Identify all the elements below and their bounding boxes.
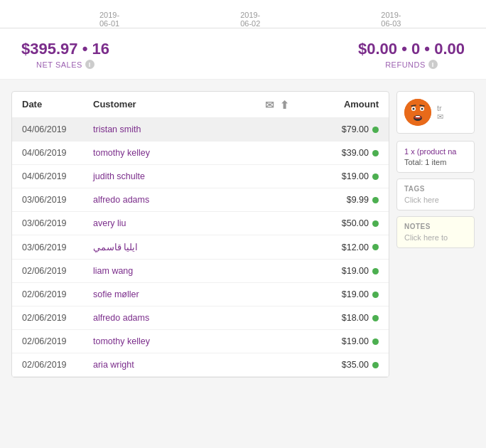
tags-panel[interactable]: TAGS Click here	[396, 178, 475, 210]
status-dot	[372, 197, 379, 203]
net-sales-summary: $395.97 • 16 NET SALES i	[21, 40, 109, 69]
svg-point-0	[404, 99, 431, 126]
tags-click-here[interactable]: Click here	[404, 196, 467, 204]
row-amount: $19.00	[322, 289, 379, 299]
customer-email-icon: ✉	[437, 112, 443, 121]
row-amount: $9.99	[322, 195, 379, 205]
upload-icon[interactable]: ⬆	[280, 99, 289, 112]
row-amount: $19.00	[322, 266, 379, 276]
table-body: 04/06/2019 tristan smith $79.00 04/06/20…	[12, 118, 389, 377]
status-dot	[372, 174, 379, 180]
svg-line-5	[411, 105, 416, 106]
row-customer[interactable]: judith schulte	[93, 171, 265, 181]
notes-title: NOTES	[404, 223, 467, 230]
row-date: 03/06/2019	[22, 218, 93, 228]
row-amount: $35.00	[322, 360, 379, 370]
row-customer[interactable]: tristan smith	[93, 124, 265, 134]
status-dot	[372, 150, 379, 156]
row-date: 04/06/2019	[22, 171, 93, 181]
refunds-info-icon: i	[428, 60, 438, 69]
row-customer[interactable]: alfredo adams	[93, 313, 265, 323]
row-date: 03/06/2019	[22, 242, 93, 252]
status-dot	[372, 362, 379, 368]
customer-name-abbrev: tr	[437, 104, 442, 112]
status-dot	[372, 220, 379, 227]
row-amount: $39.00	[322, 148, 379, 158]
row-date: 02/06/2019	[22, 313, 93, 323]
row-customer[interactable]: sofie møller	[93, 289, 265, 299]
refunds-summary: $0.00 • 0 • 0.00 REFUNDS i	[358, 40, 465, 69]
row-date: 02/06/2019	[22, 266, 93, 276]
row-customer[interactable]: tomothy kelley	[93, 336, 265, 346]
right-panel: tr ✉ 1 x (product na Total: 1 item TAGS …	[396, 91, 475, 378]
net-sales-amount: $395.97 • 16	[21, 40, 109, 58]
col-header-customer: Customer	[93, 99, 265, 112]
notes-panel[interactable]: NOTES Click here to	[396, 216, 475, 248]
row-amount: $12.00	[322, 242, 379, 252]
table-header-row: Date Customer ✉ ⬆ Amount	[12, 92, 389, 118]
col-header-amount: Amount	[322, 99, 379, 112]
net-sales-label: NET SALES i	[36, 60, 94, 69]
total-line: Total: 1 item	[404, 158, 467, 166]
chart-date-3: 2019-06-03	[381, 11, 401, 28]
chart-date-2: 2019-06-02	[240, 11, 260, 28]
svg-point-3	[413, 108, 415, 110]
row-date: 04/06/2019	[22, 148, 93, 158]
table-row[interactable]: 02/06/2019 alfredo adams $18.00	[12, 306, 389, 330]
envelope-icon[interactable]: ✉	[265, 99, 274, 112]
chart-date-1: 2019-06-01	[99, 11, 119, 28]
svg-line-6	[420, 105, 424, 106]
status-dot	[372, 127, 379, 133]
table-row[interactable]: 03/06/2019 alfredo adams $9.99	[12, 188, 389, 212]
summary-bar: $395.97 • 16 NET SALES i $0.00 • 0 • 0.0…	[0, 28, 486, 80]
customer-card: tr ✉	[396, 91, 475, 134]
row-date: 02/06/2019	[22, 360, 93, 370]
row-customer[interactable]: aria wright	[93, 360, 265, 370]
row-customer[interactable]: alfredo adams	[93, 195, 265, 205]
status-dot	[372, 315, 379, 321]
row-amount: $18.00	[322, 313, 379, 323]
row-amount: $79.00	[322, 124, 379, 134]
row-date: 03/06/2019	[22, 195, 93, 205]
order-summary: 1 x (product na Total: 1 item	[396, 141, 475, 173]
row-amount: $19.00	[322, 336, 379, 346]
status-dot	[372, 292, 379, 298]
status-dot	[372, 268, 379, 274]
svg-rect-9	[416, 116, 420, 117]
row-amount: $50.00	[322, 218, 379, 228]
table-row[interactable]: 02/06/2019 aria wright $35.00	[12, 353, 389, 377]
table-row[interactable]: 03/06/2019 ايليا قاسمي $12.00	[12, 235, 389, 260]
svg-point-4	[421, 108, 423, 110]
row-date: 04/06/2019	[22, 124, 93, 134]
table-row[interactable]: 02/06/2019 sofie møller $19.00	[12, 283, 389, 306]
row-date: 02/06/2019	[22, 336, 93, 346]
orders-table-panel: Date Customer ✉ ⬆ Amount 04/06/2019 tris…	[11, 91, 389, 378]
net-sales-info-icon: i	[85, 60, 94, 69]
table-row[interactable]: 03/06/2019 avery liu $50.00	[12, 212, 389, 235]
status-dot	[372, 244, 379, 250]
status-dot	[372, 338, 379, 345]
table-row[interactable]: 04/06/2019 judith schulte $19.00	[12, 165, 389, 188]
col-header-icons: ✉ ⬆	[265, 99, 322, 112]
table-row[interactable]: 04/06/2019 tristan smith $79.00	[12, 118, 389, 142]
row-amount: $19.00	[322, 171, 379, 181]
col-header-date: Date	[22, 99, 93, 112]
chart-dates-bar: 2019-06-01 2019-06-02 2019-06-03 2019-06…	[0, 0, 486, 28]
row-customer[interactable]: ايليا قاسمي	[93, 242, 265, 252]
table-row[interactable]: 02/06/2019 liam wang $19.00	[12, 260, 389, 283]
refunds-amount: $0.00 • 0 • 0.00	[358, 40, 465, 58]
tags-title: TAGS	[404, 185, 467, 193]
avatar	[404, 99, 431, 126]
table-row[interactable]: 04/06/2019 tomothy kelley $39.00	[12, 142, 389, 165]
notes-click-here[interactable]: Click here to	[404, 233, 467, 242]
row-customer[interactable]: liam wang	[93, 266, 265, 276]
row-customer[interactable]: avery liu	[93, 218, 265, 228]
row-customer[interactable]: tomothy kelley	[93, 148, 265, 158]
customer-info: tr ✉	[437, 104, 443, 122]
table-row[interactable]: 02/06/2019 tomothy kelley $19.00	[12, 330, 389, 353]
product-line: 1 x (product na	[404, 147, 467, 156]
row-date: 02/06/2019	[22, 289, 93, 299]
refunds-label: REFUNDS i	[385, 60, 438, 69]
